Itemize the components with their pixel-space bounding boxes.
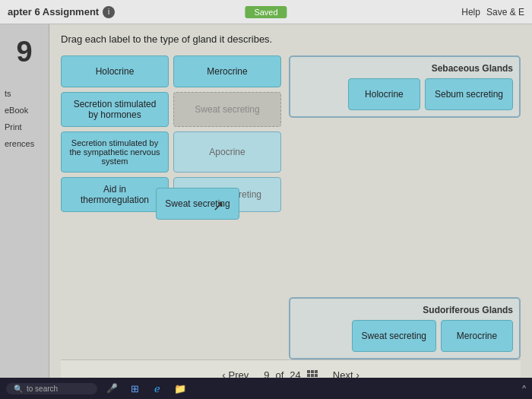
sudoriferous-drop-row: Sweat secreting Merocrine — [296, 320, 513, 352]
sidebar-link-ebook[interactable]: eBook — [0, 104, 49, 116]
save-exit-button[interactable]: Save & E — [486, 7, 524, 17]
main-layout: 9 ts eBook Print erences Drag each label… — [0, 24, 532, 399]
top-bar: apter 6 Assignment i Saved Help Save & E — [0, 0, 532, 24]
sidebar: 9 ts eBook Print erences — [0, 24, 49, 399]
taskbar-icon-edge[interactable]: ℯ — [149, 380, 166, 397]
labels-row-1: Holocrine Merocrine — [61, 55, 281, 87]
taskbar-icon-mic[interactable]: 🎤 — [103, 380, 120, 397]
taskbar: 🔍 to search 🎤 ⊞ ℯ 📁 ^ — [0, 378, 532, 399]
drop-sud-sweat[interactable]: Sweat secreting — [352, 320, 436, 352]
sidebar-link-references[interactable]: erences — [0, 138, 49, 150]
sidebar-links: ts eBook Print erences — [0, 87, 49, 150]
sidebar-link-print[interactable]: Print — [0, 121, 49, 133]
taskbar-icon-folder[interactable]: 📁 — [172, 380, 188, 397]
label-secretion-sympathetic[interactable]: Secretion stimulated by the sympathetic … — [61, 131, 169, 173]
question-number: 9 — [0, 32, 49, 72]
sudoriferous-gland-section: Sudoriferous Glands Sweat secreting Mero… — [289, 297, 521, 359]
label-aid-thermo[interactable]: Aid in thermoregulation — [61, 177, 169, 212]
saved-badge: Saved — [245, 6, 287, 18]
label-apocrine[interactable]: Apocrine — [173, 131, 281, 173]
sweat-secreting-dragging-card[interactable]: Sweat secreting — [156, 188, 239, 220]
sebaceous-gland-section: Sebaceous Glands Holocrine Sebum secreti… — [289, 55, 521, 118]
taskbar-time: ^ — [522, 385, 526, 393]
label-secretion-hormones[interactable]: Secretion stimulated by hormones — [61, 92, 169, 127]
drag-area: Holocrine Merocrine Secretion stimulated… — [61, 55, 521, 359]
sidebar-link-ts[interactable]: ts — [0, 87, 49, 100]
drop-seb-holocrine[interactable]: Holocrine — [348, 78, 420, 110]
sebaceous-drop-row: Holocrine Sebum secreting — [296, 78, 513, 110]
label-sweat-secreting-empty[interactable]: Sweat secreting — [173, 92, 281, 127]
label-holocrine[interactable]: Holocrine — [61, 55, 169, 87]
sudoriferous-title: Sudoriferous Glands — [296, 305, 513, 315]
help-button[interactable]: Help — [461, 7, 480, 17]
top-right-buttons: Help Save & E — [461, 7, 524, 17]
middle-space — [289, 125, 521, 290]
search-label: to search — [27, 385, 58, 393]
labels-row-2: Secretion stimulated by hormones Sweat s… — [61, 92, 281, 127]
search-icon: 🔍 — [14, 385, 23, 393]
sebaceous-title: Sebaceous Glands — [296, 63, 513, 74]
content-area: Drag each label to the type of gland it … — [49, 24, 532, 399]
taskbar-search[interactable]: 🔍 to search — [6, 383, 97, 394]
drop-targets: Sebaceous Glands Holocrine Sebum secreti… — [289, 55, 521, 359]
drop-seb-sebum[interactable]: Sebum secreting — [425, 78, 513, 110]
taskbar-icon-windows[interactable]: ⊞ — [126, 380, 143, 397]
labels-row-3: Secretion stimulated by the sympathetic … — [61, 131, 281, 173]
taskbar-right: ^ — [522, 385, 526, 393]
app-title: apter 6 Assignment — [8, 6, 99, 17]
instruction-text: Drag each label to the type of gland it … — [61, 33, 521, 45]
drop-sud-merocrine[interactable]: Merocrine — [441, 320, 513, 352]
label-merocrine[interactable]: Merocrine — [173, 55, 281, 87]
info-icon[interactable]: i — [103, 6, 115, 18]
